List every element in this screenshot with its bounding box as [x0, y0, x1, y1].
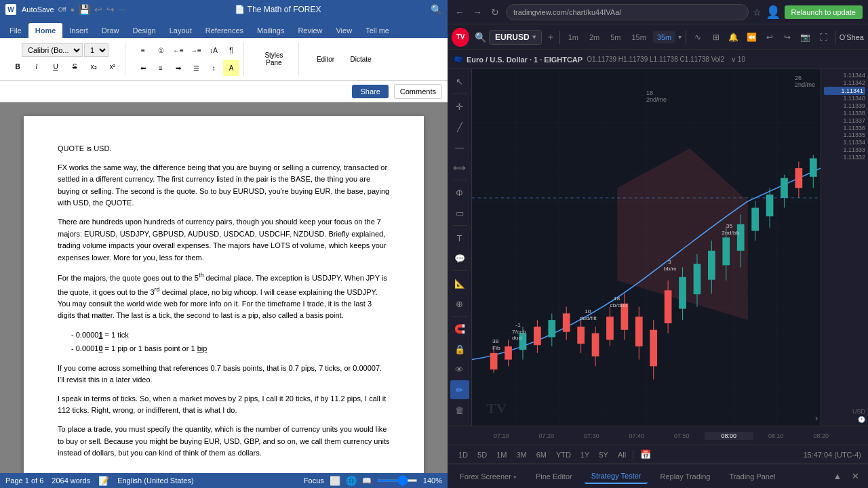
period-1y[interactable]: 1Y	[576, 449, 593, 460]
tf-15m[interactable]: 15m	[627, 31, 650, 43]
underline-btn[interactable]: U	[47, 58, 64, 75]
tab-layout[interactable]: Layout	[163, 23, 199, 38]
panel-close-btn[interactable]: ✕	[848, 469, 863, 484]
focus-btn[interactable]: Focus	[304, 476, 324, 485]
strikethrough-btn[interactable]: S	[66, 58, 83, 75]
fib-tool[interactable]: Φ	[450, 183, 469, 202]
horizontal-line-tool[interactable]: —	[450, 138, 469, 157]
tf-35m[interactable]: 35m	[653, 31, 675, 43]
cursor-tool[interactable]: ↖	[450, 72, 469, 91]
tab-forex-screener[interactable]: Forex Screener ▾	[453, 470, 524, 483]
callout-tool[interactable]: 💬	[450, 249, 469, 268]
chart-expand-btn[interactable]: ›	[815, 413, 818, 423]
font-selector[interactable]: Calibri (Bo...	[22, 43, 83, 57]
period-all[interactable]: All	[614, 449, 630, 460]
period-6m[interactable]: 6M	[532, 449, 551, 460]
alert-btn[interactable]: 🔔	[726, 29, 741, 45]
period-5y[interactable]: 5Y	[595, 449, 612, 460]
tab-replay-trading[interactable]: Replay Trading	[653, 470, 717, 483]
print-layout-icon[interactable]: ⬜	[330, 476, 340, 486]
proofing-icon[interactable]: 📝	[98, 476, 109, 486]
clock-icon[interactable]: 🕐	[824, 416, 865, 423]
save-icon[interactable]: 💾	[79, 4, 90, 15]
symbol-selector[interactable]: EURUSD ▾	[489, 30, 542, 45]
tf-more-icon[interactable]: ▾	[678, 33, 682, 41]
replay-btn[interactable]: ⏪	[744, 29, 759, 45]
tf-5m[interactable]: 5m	[606, 31, 625, 43]
share-button[interactable]: Share	[352, 85, 388, 98]
calendar-btn[interactable]: 📅	[636, 448, 655, 461]
period-1m[interactable]: 1M	[492, 449, 511, 460]
superscript-btn[interactable]: x²	[104, 58, 121, 75]
tab-pine-editor[interactable]: Pine Editor	[529, 470, 579, 483]
tab-home[interactable]: Home	[28, 23, 63, 38]
comments-button[interactable]: Comments	[394, 84, 442, 99]
period-ytd[interactable]: YTD	[552, 449, 575, 460]
magnet-tool[interactable]: 🧲	[450, 319, 469, 338]
show-marks-btn[interactable]: ¶	[223, 42, 239, 58]
align-left-btn[interactable]: ⬅	[135, 60, 151, 76]
bookmark-icon[interactable]: ☆	[753, 7, 762, 18]
period-1d[interactable]: 1D	[454, 449, 472, 460]
align-right-btn[interactable]: ➡	[170, 60, 186, 76]
italic-btn[interactable]: I	[28, 58, 45, 75]
styles-btn[interactable]: StylesPane	[254, 43, 294, 75]
measure-tool[interactable]: 📐	[450, 274, 469, 293]
drawing-tool-active[interactable]: ✏	[450, 380, 469, 399]
bullets-btn[interactable]: ≡	[135, 42, 151, 58]
indent-more-btn[interactable]: →≡	[188, 42, 204, 58]
font-size-selector[interactable]: 12	[84, 43, 108, 57]
tv-search-icon[interactable]: 🔍	[475, 32, 486, 43]
bold-btn[interactable]: B	[9, 58, 26, 75]
read-mode-icon[interactable]: 📖	[362, 476, 372, 485]
line-spacing-btn[interactable]: ↕	[205, 60, 222, 76]
tab-draw[interactable]: Draw	[95, 23, 126, 38]
editor-btn[interactable]: Editor	[309, 43, 342, 75]
hide-tool[interactable]: 👁	[450, 360, 469, 379]
tab-review[interactable]: Review	[291, 23, 329, 38]
tab-view[interactable]: View	[329, 23, 359, 38]
dictate-btn[interactable]: Dictate	[344, 43, 378, 75]
align-center-btn[interactable]: ≡	[153, 60, 169, 76]
relaunch-button[interactable]: Relaunch to update	[785, 5, 863, 19]
subscript-btn[interactable]: x₂	[85, 58, 102, 75]
line-tool[interactable]: ╱	[450, 117, 469, 136]
text-tool[interactable]: T	[450, 228, 469, 247]
profile-icon[interactable]: 👤	[766, 5, 781, 20]
compare-btn[interactable]: ⊞	[709, 29, 724, 45]
channel-tool[interactable]: ⟺	[450, 158, 469, 177]
period-3m[interactable]: 3M	[512, 449, 530, 460]
search-doc-icon[interactable]: 🔍	[431, 4, 442, 15]
chart-expand-icon[interactable]: ∨ 10	[731, 56, 745, 63]
fullscreen-btn[interactable]: ⛶	[815, 29, 830, 45]
justify-btn[interactable]: ☰	[188, 60, 204, 76]
redo-btn[interactable]: ↪	[780, 29, 795, 45]
redo-icon[interactable]: ↪	[106, 4, 115, 15]
sort-btn[interactable]: ↕A	[205, 42, 222, 58]
tab-strategy-tester[interactable]: Strategy Tester	[585, 469, 648, 484]
add-symbol-icon[interactable]: ＋	[546, 31, 555, 43]
undo-btn[interactable]: ↩	[762, 29, 776, 45]
zoom-slider[interactable]	[377, 479, 418, 482]
chart-canvas[interactable]: 38 Fib -1 7/ccb dud 10 dud/filt 18 cb/du…	[472, 69, 821, 426]
snapshot-btn[interactable]: 📷	[797, 29, 812, 45]
panel-up-btn[interactable]: ▲	[830, 469, 845, 484]
web-layout-icon[interactable]: 🌐	[346, 476, 357, 486]
lock-tool[interactable]: 🔒	[450, 340, 469, 359]
undo-icon[interactable]: ↩	[94, 4, 102, 15]
indent-less-btn[interactable]: ←≡	[170, 42, 186, 58]
tf-1m[interactable]: 1m	[564, 31, 583, 43]
crosshair-tool[interactable]: ✛	[450, 97, 469, 116]
indicator-btn[interactable]: ∿	[690, 29, 705, 45]
forward-button[interactable]: →	[471, 5, 484, 19]
tab-tellme[interactable]: Tell me	[359, 23, 396, 38]
delete-tool[interactable]: 🗑	[450, 401, 469, 420]
numbering-btn[interactable]: ①	[153, 42, 169, 58]
tab-file[interactable]: File	[3, 23, 28, 38]
tf-2m[interactable]: 2m	[585, 31, 604, 43]
refresh-button[interactable]: ↻	[488, 5, 502, 19]
shading-btn[interactable]: A	[223, 60, 239, 76]
period-5d[interactable]: 5D	[473, 449, 491, 460]
zoom-tool[interactable]: ⊕	[450, 294, 469, 313]
tab-trading-panel[interactable]: Trading Panel	[722, 470, 782, 483]
